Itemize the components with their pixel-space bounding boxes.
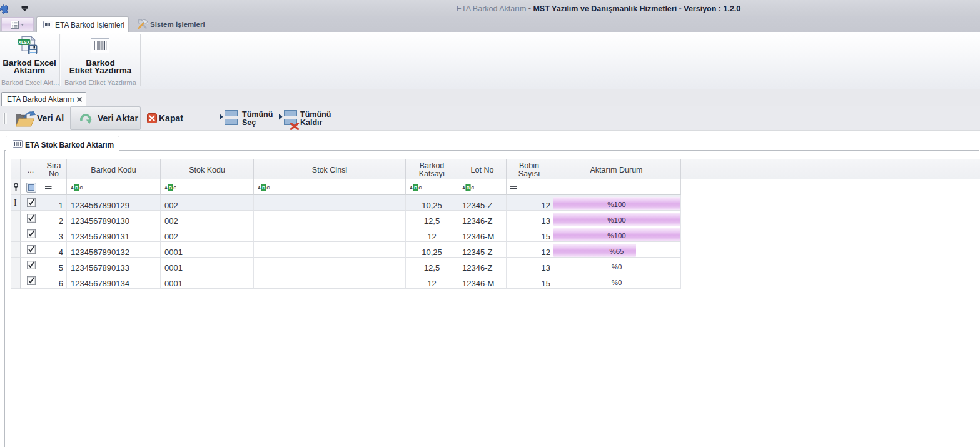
svg-text:B: B <box>414 186 417 190</box>
svg-text:A: A <box>258 186 261 190</box>
svg-text:C: C <box>471 186 474 190</box>
svg-text:B: B <box>467 186 470 190</box>
svg-text:C: C <box>266 186 270 190</box>
svg-text:A: A <box>410 186 413 190</box>
svg-text:A: A <box>71 186 74 190</box>
svg-text:C: C <box>173 186 176 190</box>
svg-text:A: A <box>462 186 465 190</box>
svg-text:B: B <box>169 186 172 190</box>
svg-text:A: A <box>164 186 168 190</box>
svg-text:C: C <box>418 186 422 190</box>
svg-text:C: C <box>79 186 83 190</box>
svg-text:XLSX: XLSX <box>18 40 30 44</box>
svg-text:B: B <box>262 186 265 190</box>
svg-text:B: B <box>75 186 78 190</box>
